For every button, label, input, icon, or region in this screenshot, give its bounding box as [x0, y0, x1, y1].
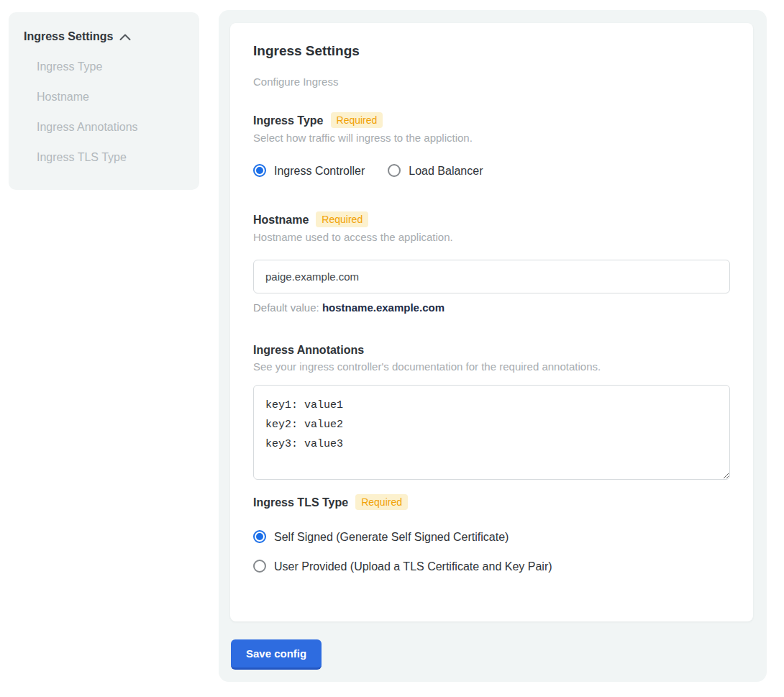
field-label-ingress-tls-type: Ingress TLS Type	[253, 496, 348, 509]
sidebar-item-ingress-annotations[interactable]: Ingress Annotations	[24, 121, 185, 134]
page-title: Ingress Settings	[253, 43, 730, 59]
sidebar-section-label: Ingress Settings	[24, 30, 113, 43]
save-config-button[interactable]: Save config	[231, 639, 322, 670]
radio-label-load-balancer: Load Balancer	[409, 164, 483, 178]
radio-label-user-provided: User Provided (Upload a TLS Certificate …	[274, 560, 552, 573]
ingress-annotations-textarea[interactable]: key1: value1 key2: value2 key3: value3	[253, 385, 730, 480]
hostname-input[interactable]	[253, 260, 730, 293]
field-help-hostname: Hostname used to access the application.	[253, 231, 730, 244]
radio-icon-load-balancer[interactable]	[388, 164, 401, 177]
required-badge: Required	[331, 112, 383, 128]
radio-icon-self-signed[interactable]	[253, 530, 266, 543]
field-ingress-type: Ingress Type Required Select how traffic…	[253, 112, 730, 178]
settings-sidebar: Ingress Settings Ingress Type Hostname I…	[9, 12, 199, 190]
default-value-text: hostname.example.com	[322, 301, 445, 314]
radio-icon-user-provided[interactable]	[253, 560, 266, 573]
sidebar-item-ingress-tls-type[interactable]: Ingress TLS Type	[24, 151, 185, 164]
field-ingress-tls-type: Ingress TLS Type Required Self Signed (G…	[253, 494, 730, 573]
page-subtitle: Configure Ingress	[253, 76, 730, 88]
radio-icon-ingress-controller[interactable]	[253, 164, 266, 177]
ingress-settings-card: Ingress Settings Configure Ingress Ingre…	[230, 23, 753, 621]
hostname-default-note: Default value: hostname.example.com	[253, 301, 730, 314]
radio-option-ingress-controller[interactable]: Ingress Controller	[253, 163, 365, 178]
default-value-label: Default value:	[253, 301, 319, 314]
sidebar-section-toggle[interactable]: Ingress Settings	[24, 30, 185, 43]
sidebar-list: Ingress Type Hostname Ingress Annotation…	[24, 60, 185, 164]
field-help-ingress-annotations: See your ingress controller's documentat…	[253, 360, 730, 373]
field-hostname: Hostname Required Hostname used to acces…	[253, 211, 730, 314]
settings-panel: Ingress Settings Configure Ingress Ingre…	[219, 10, 767, 682]
radio-option-user-provided[interactable]: User Provided (Upload a TLS Certificate …	[253, 559, 730, 573]
radio-label-self-signed: Self Signed (Generate Self Signed Certif…	[274, 530, 509, 544]
radio-option-self-signed[interactable]: Self Signed (Generate Self Signed Certif…	[253, 529, 730, 544]
ingress-type-options: Ingress Controller Load Balancer	[253, 163, 730, 178]
sidebar-item-hostname[interactable]: Hostname	[24, 91, 185, 104]
radio-option-load-balancer[interactable]: Load Balancer	[388, 163, 483, 178]
chevron-up-icon	[119, 34, 131, 41]
field-help-ingress-type: Select how traffic will ingress to the a…	[253, 132, 730, 145]
required-badge: Required	[355, 494, 408, 510]
field-label-hostname: Hostname	[253, 213, 309, 227]
field-label-ingress-type: Ingress Type	[253, 114, 324, 127]
page: { "sidebar": { "header": "Ingress Settin…	[0, 0, 784, 697]
radio-label-ingress-controller: Ingress Controller	[274, 164, 365, 178]
field-ingress-annotations: Ingress Annotations See your ingress con…	[253, 343, 730, 480]
required-badge: Required	[316, 211, 368, 227]
field-label-ingress-annotations: Ingress Annotations	[253, 343, 364, 357]
sidebar-item-ingress-type[interactable]: Ingress Type	[24, 60, 185, 73]
